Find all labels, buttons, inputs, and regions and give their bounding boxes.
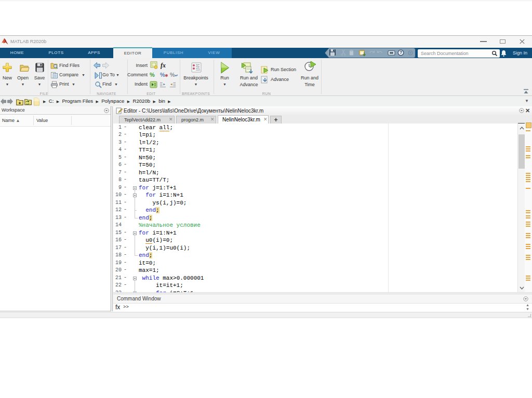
svg-text:?: ? <box>400 50 402 55</box>
